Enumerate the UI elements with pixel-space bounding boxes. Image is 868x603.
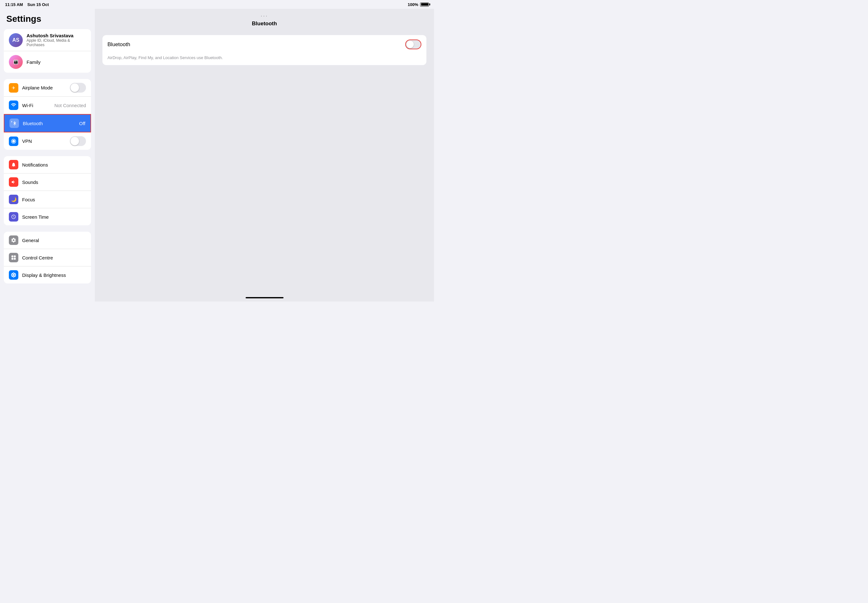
status-time: 11:15 AM: [5, 2, 23, 7]
profile-info: Ashutosh Srivastava Apple ID, iCloud, Me…: [26, 33, 86, 47]
status-bar: 11:15 AM Sun 15 Oct 100%: [0, 0, 434, 9]
sounds-icon: [9, 177, 19, 187]
sidebar-item-focus[interactable]: 🌙 Focus: [4, 191, 91, 208]
bluetooth-label: Bluetooth: [23, 121, 75, 126]
vpn-icon: [9, 136, 19, 146]
control-centre-icon: [9, 253, 19, 262]
general-icon: [9, 235, 19, 245]
content-area: ··· Bluetooth Bluetooth AirDrop, AirPlay…: [95, 9, 434, 302]
sidebar-item-notifications[interactable]: Notifications: [4, 156, 91, 173]
vpn-label: VPN: [22, 138, 66, 144]
svg-rect-2: [11, 258, 13, 260]
sidebar-item-bluetooth[interactable]: ’ Bluetooth Off: [4, 114, 91, 132]
notifications-icon: [9, 160, 19, 169]
status-bar-left: 11:15 AM Sun 15 Oct: [5, 2, 49, 7]
bluetooth-card-label: Bluetooth: [107, 42, 401, 48]
general-group: General Control Centre: [4, 232, 91, 283]
bluetooth-card: Bluetooth AirDrop, AirPlay, Find My, and…: [102, 35, 426, 65]
display-brightness-label: Display & Brightness: [22, 272, 86, 278]
focus-label: Focus: [22, 197, 86, 202]
notifications-label: Notifications: [22, 162, 86, 167]
content-title: Bluetooth: [95, 20, 434, 27]
sidebar-item-general[interactable]: General: [4, 232, 91, 249]
bluetooth-row: Bluetooth: [102, 35, 426, 54]
bluetooth-value: Off: [79, 121, 85, 126]
wifi-icon: [9, 100, 19, 110]
header-dots: ···: [95, 12, 434, 19]
airplane-toggle[interactable]: [70, 83, 86, 93]
sidebar-item-airplane-mode[interactable]: ✈ Airplane Mode: [4, 79, 91, 97]
svg-rect-0: [11, 255, 13, 257]
sidebar-item-display-brightness[interactable]: Display & Brightness: [4, 266, 91, 283]
sounds-label: Sounds: [22, 179, 86, 185]
main-layout: Settings AS Ashutosh Srivastava Apple ID…: [0, 9, 434, 302]
profile-item-user[interactable]: AS Ashutosh Srivastava Apple ID, iCloud,…: [4, 29, 91, 51]
svg-rect-1: [14, 255, 16, 257]
sidebar-item-vpn[interactable]: VPN: [4, 132, 91, 150]
airplane-label: Airplane Mode: [22, 85, 66, 90]
home-indicator: [246, 297, 283, 298]
bottom-bar: [95, 295, 434, 302]
battery-icon: [420, 3, 429, 7]
status-date: Sun 15 Oct: [28, 2, 49, 7]
profile-item-family[interactable]: 👨‍👩‍👦 Family: [4, 51, 91, 73]
svg-rect-3: [14, 258, 16, 260]
settings-title: Settings: [0, 11, 95, 29]
screen-time-label: Screen Time: [22, 214, 86, 220]
general-label: General: [22, 238, 86, 243]
battery-percent: 100%: [408, 2, 418, 7]
profile-section: AS Ashutosh Srivastava Apple ID, iCloud,…: [4, 29, 91, 73]
family-avatar: 👨‍👩‍👦: [9, 55, 23, 69]
family-label: Family: [26, 59, 40, 65]
sidebar-item-wifi[interactable]: Wi-Fi Not Connected: [4, 97, 91, 114]
screen-time-icon: [9, 212, 19, 221]
focus-icon: 🌙: [9, 195, 19, 204]
sidebar-item-screen-time[interactable]: Screen Time: [4, 208, 91, 225]
bluetooth-icon: ’: [9, 119, 19, 128]
bluetooth-description: AirDrop, AirPlay, Find My, and Location …: [102, 54, 426, 65]
content-header: ··· Bluetooth: [95, 9, 434, 30]
sidebar-item-sounds[interactable]: Sounds: [4, 173, 91, 191]
bluetooth-toggle[interactable]: [405, 40, 421, 49]
airplane-icon: ✈: [9, 83, 19, 93]
content-body: Bluetooth AirDrop, AirPlay, Find My, and…: [95, 30, 434, 295]
wifi-label: Wi-Fi: [22, 103, 51, 108]
wifi-value: Not Connected: [54, 103, 86, 108]
user-avatar: AS: [9, 33, 23, 47]
notifications-group: Notifications Sounds 🌙 Focus: [4, 156, 91, 225]
status-bar-right: 100%: [408, 2, 429, 7]
network-group: ✈ Airplane Mode Wi-Fi Not Connected: [4, 79, 91, 150]
profile-name: Ashutosh Srivastava: [26, 33, 86, 38]
profile-subtitle: Apple ID, iCloud, Media & Purchases: [26, 38, 86, 47]
control-centre-label: Control Centre: [22, 255, 86, 260]
sidebar-item-control-centre[interactable]: Control Centre: [4, 249, 91, 266]
sidebar: Settings AS Ashutosh Srivastava Apple ID…: [0, 9, 95, 302]
display-brightness-icon: [9, 270, 19, 280]
vpn-toggle[interactable]: [70, 136, 86, 146]
